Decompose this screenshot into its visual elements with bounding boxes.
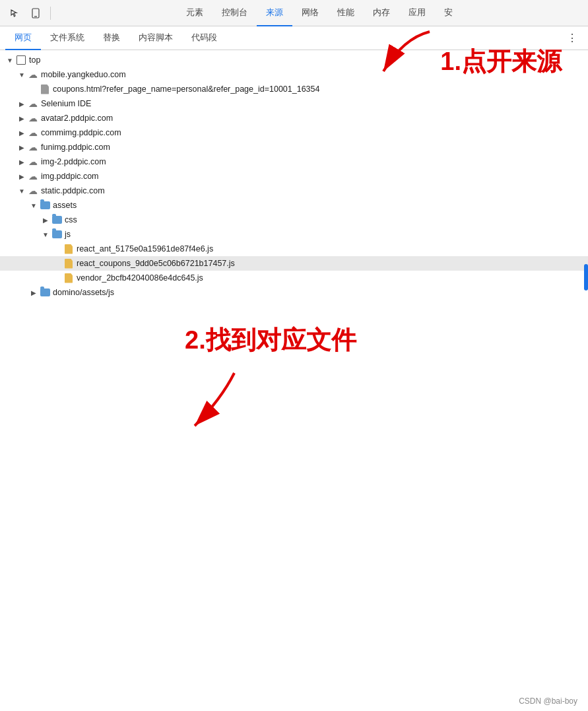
arrow-funimg[interactable]: [17, 143, 26, 152]
subtab-filesystem[interactable]: 文件系统: [41, 26, 94, 50]
cloud-icon-commimg: ☁: [28, 127, 38, 138]
label-mobile: mobile.yangkeduo.com: [41, 70, 126, 79]
subtab-overrides[interactable]: 替换: [94, 26, 129, 50]
subtab-snippets[interactable]: 代码段: [182, 26, 226, 50]
cloud-icon-img2: ☁: [28, 156, 38, 167]
tree-item-vendor[interactable]: vendor_2bcfb42040086e4dc645.js: [0, 271, 588, 285]
arrow-mobile[interactable]: [17, 70, 26, 79]
label-react-coupons: react_coupons_9dd0e5c06b6721b17457.js: [77, 259, 235, 268]
tab-network[interactable]: 网络: [292, 0, 328, 26]
tree-item-react-coupons[interactable]: react_coupons_9dd0e5c06b6721b17457.js: [0, 256, 588, 271]
cloud-icon-img: ☁: [28, 171, 38, 182]
tree-item-assets[interactable]: assets: [0, 198, 588, 213]
tree-item-top[interactable]: top: [0, 53, 588, 67]
tree-item-js[interactable]: js: [0, 227, 588, 242]
label-assets: assets: [53, 201, 77, 210]
label-coupons: coupons.html?refer_page_name=personal&re…: [53, 85, 319, 94]
arrow-avatar2[interactable]: [17, 114, 26, 123]
main-toolbar: 元素 控制台 来源 网络 性能 内存 应用 安: [0, 0, 588, 26]
cloud-icon-mobile: ☁: [28, 69, 38, 80]
tree-item-selenium[interactable]: ☁ Selenium IDE: [0, 96, 588, 111]
tab-application[interactable]: 应用: [399, 0, 435, 26]
label-static: static.pddpic.com: [41, 186, 105, 195]
arrow-static[interactable]: [17, 186, 26, 195]
arrow-img2[interactable]: [17, 157, 26, 166]
arrow-img[interactable]: [17, 172, 26, 181]
cloud-icon-static: ☁: [28, 186, 38, 196]
tab-console[interactable]: 控制台: [212, 0, 257, 26]
tab-sources[interactable]: 来源: [257, 0, 292, 26]
tab-security[interactable]: 安: [435, 0, 462, 26]
tree-item-img2[interactable]: ☁ img-2.pddpic.com: [0, 154, 588, 169]
arrow-js[interactable]: [41, 230, 50, 239]
tab-memory[interactable]: 内存: [364, 0, 399, 26]
tree-item-commimg[interactable]: ☁ commimg.pddpic.com: [0, 125, 588, 140]
tree-item-domino[interactable]: domino/assets/js: [0, 285, 588, 300]
file-js-icon-react-coupons: [63, 258, 74, 269]
square-icon: [16, 55, 26, 65]
label-react-ant: react_ant_5175e0a15961de87f4e6.js: [77, 244, 213, 254]
tab-performance[interactable]: 性能: [328, 0, 364, 26]
arrow-assets[interactable]: [29, 201, 38, 210]
folder-icon-js: [51, 229, 62, 240]
subtabs-bar: 网页 文件系统 替换 内容脚本 代码段 ⋮: [0, 26, 588, 50]
top-tabs: 元素 控制台 来源 网络 性能 内存 应用 安: [56, 0, 583, 26]
divider-1: [50, 7, 51, 20]
file-js-icon-react-ant: [63, 244, 74, 254]
folder-icon-assets: [40, 200, 50, 211]
label-domino: domino/assets/js: [53, 288, 114, 297]
label-img: img.pddpic.com: [41, 172, 99, 181]
label-js: js: [65, 230, 71, 239]
file-js-icon-vendor: [63, 273, 74, 283]
cursor-icon[interactable]: [5, 4, 24, 22]
tree-item-css[interactable]: css: [0, 213, 588, 227]
cloud-icon-funimg: ☁: [28, 142, 38, 152]
cloud-icon-selenium: ☁: [28, 98, 38, 109]
tree-item-img[interactable]: ☁ img.pddpic.com: [0, 169, 588, 184]
cloud-icon-avatar2: ☁: [28, 113, 38, 123]
scrollbar-indicator[interactable]: [584, 264, 588, 290]
arrow-selenium[interactable]: [17, 99, 26, 108]
arrow-top[interactable]: [5, 55, 15, 65]
folder-icon-domino: [40, 287, 50, 298]
label-vendor: vendor_2bcfb42040086e4dc645.js: [77, 273, 203, 283]
subtab-more-button[interactable]: ⋮: [562, 29, 583, 47]
watermark: CSDN @bai-boy: [519, 696, 577, 706]
tab-elements[interactable]: 元素: [177, 0, 212, 26]
tree-item-mobile[interactable]: ☁ mobile.yangkeduo.com: [0, 67, 588, 82]
mobile-icon[interactable]: [26, 4, 45, 22]
folder-icon-css: [51, 215, 62, 225]
arrow-css[interactable]: [41, 215, 50, 224]
arrow-domino[interactable]: [29, 288, 38, 297]
label-commimg: commimg.pddpic.com: [41, 128, 121, 137]
tree-item-funimg[interactable]: ☁ funimg.pddpic.com: [0, 140, 588, 154]
subtab-contentscripts[interactable]: 内容脚本: [129, 26, 182, 50]
label-selenium: Selenium IDE: [41, 99, 91, 108]
label-css: css: [65, 215, 77, 224]
arrow-commimg[interactable]: [17, 128, 26, 137]
tree-item-avatar2[interactable]: ☁ avatar2.pddpic.com: [0, 111, 588, 125]
tree-item-coupons[interactable]: coupons.html?refer_page_name=personal&re…: [0, 82, 588, 96]
tree-item-static[interactable]: ☁ static.pddpic.com: [0, 184, 588, 198]
label-img2: img-2.pddpic.com: [41, 157, 106, 166]
file-tree: top ☁ mobile.yangkeduo.com coupons.html?…: [0, 50, 588, 691]
label-avatar2: avatar2.pddpic.com: [41, 114, 113, 123]
subtab-page[interactable]: 网页: [5, 26, 41, 50]
tree-item-react-ant[interactable]: react_ant_5175e0a15961de87f4e6.js: [0, 242, 588, 256]
label-top: top: [29, 55, 40, 65]
label-funimg: funimg.pddpic.com: [41, 143, 110, 152]
file-icon-coupons: [40, 84, 50, 94]
